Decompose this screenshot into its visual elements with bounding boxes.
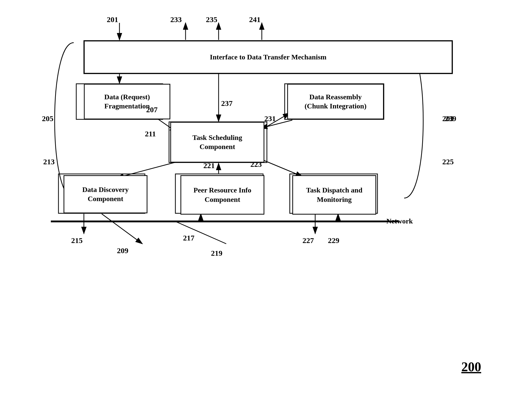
ref-241: 241: [249, 15, 261, 24]
ref-221: 221: [203, 161, 215, 170]
peer-label: Peer Resource InfoComponent: [193, 186, 251, 204]
fragmentation-label: Data (Request)Fragmentation: [104, 92, 150, 111]
ref-237: 237: [221, 99, 233, 108]
ref-209: 209: [117, 246, 128, 255]
ref-223: 223: [250, 160, 262, 169]
interface-box: Interface to Data Transfer Mechanism: [84, 41, 452, 74]
peer-box: Peer Resource InfoComponent: [180, 175, 264, 215]
task-dispatch-label: Task Dispatch andMonitoring: [306, 186, 362, 204]
fragmentation-box: Data (Request)Fragmentation: [84, 84, 170, 119]
ref-229: 229: [328, 236, 339, 245]
ref-217: 217: [183, 234, 194, 242]
reassembly-label: Data Reassembly(Chunk Integration): [305, 92, 366, 111]
task-dispatch-box: Task Dispatch andMonitoring: [292, 175, 376, 215]
ref-225: 225: [442, 157, 454, 166]
ref-233: 233: [170, 15, 182, 24]
ref-227: 227: [302, 236, 314, 245]
network-label: Network: [386, 217, 413, 225]
ref-207: 207: [146, 105, 158, 114]
svg-line-22: [102, 214, 142, 244]
ref-231: 231: [264, 114, 276, 123]
discovery-box: Data DiscoveryComponent: [64, 175, 147, 213]
ref-211: 211: [145, 130, 156, 138]
ref-205: 205: [42, 114, 53, 123]
figure-number: 200: [461, 359, 481, 374]
discovery-label: Data DiscoveryComponent: [82, 185, 129, 204]
interface-label: Interface to Data Transfer Mechanism: [210, 53, 327, 62]
ref-219: 219: [211, 249, 222, 257]
ref-215: 215: [71, 236, 83, 245]
ref-235: 235: [206, 15, 217, 24]
ref-201: 201: [107, 15, 118, 24]
scheduling-box: Task SchedulingComponent: [170, 122, 264, 163]
ref-213: 213: [43, 157, 55, 166]
scheduling-label: Task SchedulingComponent: [192, 133, 242, 152]
ref-239: 239: [445, 114, 456, 123]
reassembly-box: Data Reassembly(Chunk Integration): [287, 84, 384, 119]
